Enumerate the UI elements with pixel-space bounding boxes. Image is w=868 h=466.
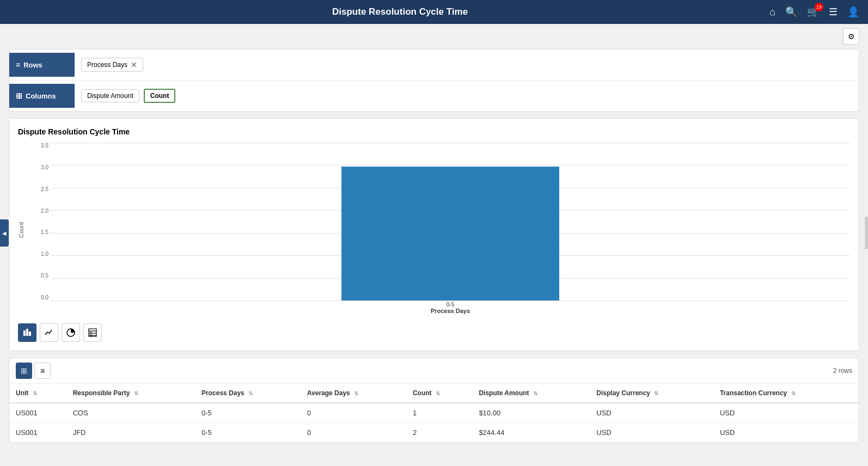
process-days-sort-icon: ⇅ — [248, 390, 253, 396]
y-label-3-5: 3.5 — [29, 143, 51, 149]
cell-unit: US001 — [9, 423, 66, 443]
unit-sort-icon: ⇅ — [33, 390, 37, 396]
col-header-count[interactable]: Count ⇅ — [406, 384, 472, 403]
side-handle-icon: ◀ — [2, 230, 7, 236]
process-days-chip-label: Process Days — [87, 61, 127, 69]
average-days-sort-icon: ⇅ — [354, 390, 358, 396]
process-days-chip[interactable]: Process Days ✕ — [81, 58, 143, 72]
table-row: US001JFD0-502$244.44USDUSD — [9, 423, 859, 443]
col-header-process-days[interactable]: Process Days ⇅ — [195, 384, 301, 403]
dispute-amount-sort-icon: ⇅ — [533, 390, 537, 396]
x-axis-label: Process Days — [431, 308, 470, 314]
notifications-icon[interactable]: 🛒 19 — [807, 6, 819, 18]
user-icon[interactable]: 👤 — [847, 6, 859, 18]
responsible-party-sort-icon: ⇅ — [134, 390, 138, 396]
cell-unit: US001 — [9, 403, 66, 423]
rows-columns-panel: ≡ Rows Process Days ✕ ⊞ Columns Dispute … — [9, 49, 859, 112]
y-label-0-0: 0.0 — [29, 295, 51, 301]
cell-process-days: 0-5 — [195, 403, 301, 423]
header-icons: ⌂ 🔍 🛒 19 ☰ 👤 — [769, 6, 859, 18]
cell-count: 2 — [406, 423, 472, 443]
y-label-1-0: 1.0 — [29, 251, 51, 257]
cell-count: 1 — [406, 403, 472, 423]
table-view-buttons: ⊞ ≡ — [16, 363, 51, 379]
scroll-indicator[interactable] — [865, 217, 868, 249]
chart-bar[interactable] — [341, 167, 559, 301]
col-header-unit[interactable]: Unit ⇅ — [9, 384, 66, 403]
bar-chart-icon — [23, 328, 32, 337]
line-chart-button[interactable] — [40, 323, 58, 342]
table-toolbar: ⊞ ≡ 2 rows — [9, 358, 859, 384]
pie-chart-button[interactable] — [62, 323, 80, 342]
cell-process-days: 0-5 — [195, 423, 301, 443]
bar-area — [51, 143, 850, 301]
menu-icon[interactable]: ☰ — [829, 6, 838, 18]
chart-inner: 3.5 3.0 2.5 2.0 1.5 1.0 0.5 0.0 — [29, 143, 850, 317]
settings-button[interactable]: ⚙ — [843, 28, 859, 45]
process-days-chip-close[interactable]: ✕ — [131, 60, 137, 69]
col-header-average-days[interactable]: Average Days ⇅ — [301, 384, 406, 403]
col-header-transaction-currency[interactable]: Transaction Currency ⇅ — [713, 384, 859, 403]
table-chart-button[interactable] — [83, 323, 102, 342]
app-header: Dispute Resolution Cycle Time ⌂ 🔍 🛒 19 ☰… — [0, 0, 868, 24]
page-title: Dispute Resolution Cycle Time — [30, 7, 769, 17]
row-count: 2 rows — [833, 367, 852, 375]
cell-display-currency: USD — [590, 423, 713, 443]
dispute-amount-chip-label: Dispute Amount — [87, 92, 133, 100]
chart-title: Dispute Resolution Cycle Time — [18, 127, 850, 136]
y-label-3-0: 3.0 — [29, 164, 51, 170]
cell-dispute-amount: $10.00 — [472, 403, 590, 423]
search-icon[interactable]: 🔍 — [785, 6, 797, 18]
y-axis-labels: 3.5 3.0 2.5 2.0 1.5 1.0 0.5 0.0 — [29, 143, 51, 301]
y-label-1-5: 1.5 — [29, 229, 51, 235]
home-icon[interactable]: ⌂ — [769, 7, 775, 18]
cell-display-currency: USD — [590, 403, 713, 423]
cell-transaction-currency: USD — [713, 403, 859, 423]
list-view-button[interactable]: ≡ — [34, 363, 51, 379]
pie-chart-icon — [66, 328, 75, 337]
svg-rect-1 — [26, 329, 28, 336]
col-header-dispute-amount[interactable]: Dispute Amount ⇅ — [472, 384, 590, 403]
line-chart-icon — [45, 328, 53, 337]
count-sort-icon: ⇅ — [436, 390, 440, 396]
count-chip-label: Count — [150, 92, 169, 100]
notification-badge: 19 — [815, 3, 823, 11]
cell-responsible-party: COS — [66, 403, 195, 423]
table-chart-icon — [88, 328, 97, 337]
grid-view-button[interactable]: ⊞ — [16, 363, 32, 379]
y-label-2-5: 2.5 — [29, 186, 51, 192]
count-chip[interactable]: Count — [144, 89, 176, 103]
svg-rect-2 — [29, 332, 31, 336]
x-axis: 0-5 Process Days — [51, 301, 850, 317]
rows-icon: ≡ — [16, 60, 20, 69]
chart-area: Count 3.5 3.0 2.5 2.0 1.5 1.0 0.5 0.0 — [18, 143, 850, 317]
settings-bar: ⚙ — [0, 24, 868, 49]
columns-label: ⊞ Columns — [9, 84, 75, 108]
display-currency-sort-icon: ⇅ — [654, 390, 658, 396]
data-table: Unit ⇅ Responsible Party ⇅ Process Days … — [9, 384, 859, 442]
side-panel-handle[interactable]: ◀ — [0, 219, 9, 247]
col-header-display-currency[interactable]: Display Currency ⇅ — [590, 384, 713, 403]
cell-responsible-party: JFD — [66, 423, 195, 443]
x-label-value: 0-5 — [447, 302, 454, 308]
dispute-amount-chip[interactable]: Dispute Amount — [81, 89, 139, 102]
rows-row: ≡ Rows Process Days ✕ — [9, 50, 859, 81]
columns-icon: ⊞ — [16, 91, 22, 100]
svg-rect-0 — [23, 330, 26, 336]
y-label-0-5: 0.5 — [29, 273, 51, 279]
bar-chart-button[interactable] — [18, 323, 36, 342]
cell-transaction-currency: USD — [713, 423, 859, 443]
chart-container: Dispute Resolution Cycle Time Count 3.5 … — [9, 118, 859, 351]
cell-average-days: 0 — [301, 423, 406, 443]
table-header-row: Unit ⇅ Responsible Party ⇅ Process Days … — [9, 384, 859, 403]
chart-type-buttons — [18, 323, 850, 342]
cell-average-days: 0 — [301, 403, 406, 423]
cell-dispute-amount: $244.44 — [472, 423, 590, 443]
transaction-currency-sort-icon: ⇅ — [791, 390, 796, 396]
rows-label: ≡ Rows — [9, 53, 75, 77]
rows-chips: Process Days ✕ — [75, 56, 150, 74]
y-label-2-0: 2.0 — [29, 208, 51, 214]
col-header-responsible-party[interactable]: Responsible Party ⇅ — [66, 384, 195, 403]
y-axis-label: Count — [18, 143, 25, 317]
table-row: US001COS0-501$10.00USDUSD — [9, 403, 859, 423]
